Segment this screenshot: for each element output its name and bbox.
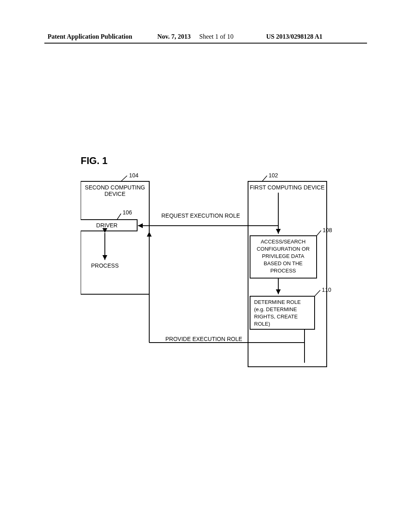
svg-line-1 [121,176,127,181]
det-l3: RIGHTS, CREATE [254,314,298,320]
ref-102-text: 102 [269,173,278,179]
det-l2: (e.g. DETERMINE [254,306,297,312]
driver-label: DRIVER [96,222,118,229]
access-l1: ACCESS/SEARCH [261,239,305,245]
ref-102: 102 [262,173,278,181]
access-l4: BASED ON THE [264,260,303,266]
provide-label: PROVIDE EXECUTION ROLE [165,336,242,342]
second-device-label-2: DEVICE [104,191,125,197]
ref-110-text: 110 [322,287,332,293]
access-l2: CONFIGURATION OR [257,246,309,252]
determine-role-box: DETERMINE ROLE (e.g. DETERMINE RIGHTS, C… [250,296,315,329]
svg-line-11 [315,290,320,296]
ref-108: 108 [317,227,332,236]
ref-108-text: 108 [323,227,332,233]
second-device-label-1: SECOND COMPUTING [85,184,145,191]
header-sheet: Sheet 1 of 10 [199,33,234,40]
ref-104-text: 104 [129,173,139,179]
figure-title: FIG. 1 [81,155,108,166]
svg-line-3 [117,214,121,220]
first-device-label: FIRST COMPUTING DEVICE [250,184,325,191]
request-label: REQUEST EXECUTION ROLE [161,212,240,219]
ref-104: 104 [121,173,139,181]
request-arrow: REQUEST EXECUTION ROLE [138,212,278,226]
ref-106-text: 106 [123,209,132,216]
det-l4: ROLE) [254,321,270,327]
ref-106: 106 [117,209,132,220]
header-date: Nov. 7, 2013 [157,33,191,40]
det-l1: DETERMINE ROLE [254,299,301,305]
header-docnum: US 2013/0298128 A1 [266,33,323,40]
header-rule [44,43,367,44]
access-search-box: ACCESS/SEARCH CONFIGURATION OR PRIVILEGE… [250,236,317,278]
header-publication: Patent Application Publication [48,33,132,40]
ref-110: 110 [315,287,332,296]
access-l5: PROCESS [270,268,296,274]
svg-line-6 [262,176,267,181]
svg-line-9 [317,231,321,236]
svg-rect-0 [81,181,149,294]
figure-diagram: SECOND COMPUTING DEVICE 104 DRIVER 106 P… [81,173,339,375]
access-l3: PRIVILEGE DATA [262,253,305,259]
page-root: Patent Application Publication Nov. 7, 2… [0,0,413,532]
process-label: PROCESS [91,262,119,269]
second-device-box: SECOND COMPUTING DEVICE [81,181,149,294]
driver-box: DRIVER [81,220,137,231]
